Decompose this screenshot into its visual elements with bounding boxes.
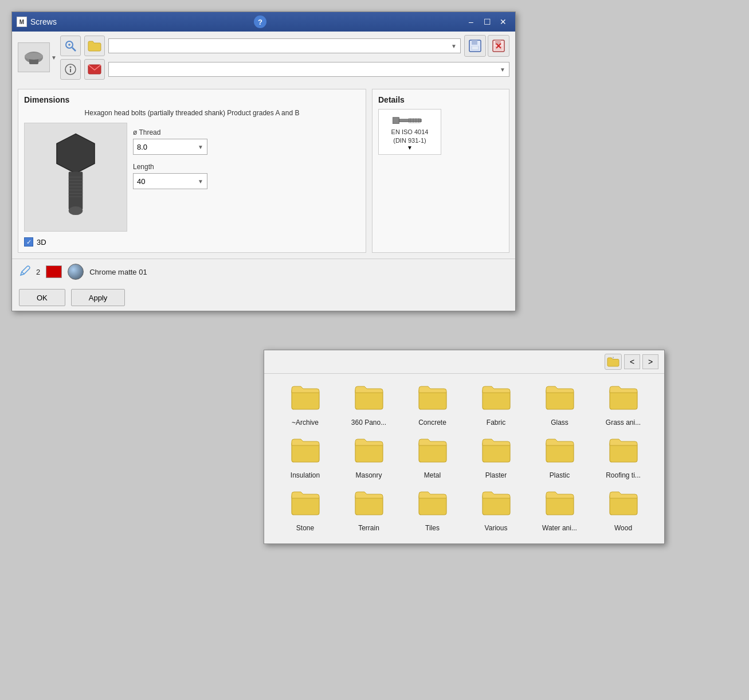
folder-icon bbox=[354, 438, 384, 468]
folder-item[interactable]: Tiles bbox=[401, 485, 464, 538]
nav-forward-btn[interactable]: > bbox=[642, 354, 658, 369]
folder-icon bbox=[291, 491, 320, 521]
mail-icon-btn[interactable] bbox=[84, 59, 105, 80]
folder-item[interactable]: Metal bbox=[401, 432, 464, 485]
folder-label: Plastic bbox=[550, 471, 570, 479]
folder-icon bbox=[481, 438, 511, 468]
folder-label: Concrete bbox=[418, 419, 446, 427]
folder-label: Metal bbox=[424, 471, 441, 479]
details-title: Details bbox=[378, 95, 503, 104]
title-bar: M Screws ? – ☐ ✕ bbox=[12, 12, 515, 32]
screw-description: Hexagon head bolts (partially threaded s… bbox=[24, 109, 360, 117]
folder-item[interactable]: Concrete bbox=[401, 380, 464, 432]
folder-icon bbox=[545, 491, 575, 521]
folder-item[interactable]: Terrain bbox=[337, 485, 401, 538]
bolt-label: EN ISO 4014(DIN 931-1) bbox=[391, 128, 429, 144]
folder-label: Wood bbox=[614, 524, 632, 532]
line-number: 2 bbox=[36, 268, 40, 276]
folder-item[interactable]: Various bbox=[464, 485, 528, 538]
folder-item[interactable]: Wood bbox=[591, 485, 655, 538]
folder-icon bbox=[291, 438, 320, 468]
maximize-button[interactable]: ☐ bbox=[480, 16, 495, 28]
checkbox-row: ✓ 3D bbox=[24, 237, 360, 247]
svg-rect-30 bbox=[393, 118, 399, 124]
toolbar-row2: ▼ bbox=[60, 59, 509, 80]
svg-rect-10 bbox=[472, 46, 478, 49]
folder-icon bbox=[609, 438, 638, 468]
thread-dropdown[interactable]: 8.0 ▼ bbox=[133, 139, 207, 155]
toolbar-icons-row: ▼ bbox=[60, 35, 509, 57]
folder-item[interactable]: Roofing ti... bbox=[591, 432, 655, 485]
folder-icon bbox=[354, 491, 384, 521]
folder-label: Roofing ti... bbox=[606, 471, 641, 479]
folder-item[interactable]: ~Archive bbox=[273, 380, 337, 432]
folder-label: ~Archive bbox=[292, 419, 319, 427]
bottom-bar: 2 Chrome matte 01 bbox=[12, 259, 515, 284]
folder-item[interactable]: Plastic bbox=[528, 432, 591, 485]
svg-point-17 bbox=[69, 67, 71, 68]
folder-item[interactable]: Fabric bbox=[464, 380, 528, 432]
material-ball[interactable] bbox=[68, 264, 84, 280]
folder-label: 360 Pano... bbox=[351, 419, 386, 427]
folder-icon bbox=[291, 385, 320, 415]
thread-label: ø Thread bbox=[133, 128, 360, 136]
folder-icon bbox=[545, 438, 575, 468]
db-delete-btn[interactable] bbox=[488, 35, 509, 57]
svg-point-29 bbox=[69, 206, 83, 215]
folder-label: Glass bbox=[551, 419, 568, 427]
length-label: Length bbox=[133, 163, 360, 171]
folder-icon-btn[interactable] bbox=[84, 36, 105, 56]
folder-item[interactable]: Water ani... bbox=[528, 485, 591, 538]
folder-label: Masonry bbox=[355, 471, 382, 479]
ok-button[interactable]: OK bbox=[19, 289, 65, 306]
minimize-button[interactable]: – bbox=[464, 16, 479, 28]
folder-label: Tiles bbox=[425, 524, 440, 532]
material-name: Chrome matte 01 bbox=[89, 268, 147, 276]
length-chevron: ▼ bbox=[198, 178, 203, 185]
bolt-card[interactable]: EN ISO 4014(DIN 931-1) ▼ bbox=[378, 109, 441, 155]
toolbar-row1: ▼ bbox=[12, 32, 515, 83]
svg-line-37 bbox=[22, 272, 24, 274]
folder-icon bbox=[418, 438, 448, 468]
help-button[interactable]: ? bbox=[254, 15, 266, 28]
pencil-icon bbox=[19, 265, 30, 279]
folder-item[interactable]: Grass ani... bbox=[591, 380, 655, 432]
svg-rect-8 bbox=[472, 40, 477, 45]
folder-up-btn[interactable] bbox=[605, 354, 622, 370]
info-icon-btn[interactable] bbox=[60, 59, 81, 80]
dropdown2-chevron: ▼ bbox=[500, 67, 505, 73]
folder-item[interactable]: Insulation bbox=[273, 432, 337, 485]
content-area: Dimensions Hexagon head bolts (partially… bbox=[12, 83, 515, 259]
folder-icon bbox=[545, 385, 575, 415]
folder-icon bbox=[481, 491, 511, 521]
length-dropdown[interactable]: 40 ▼ bbox=[133, 173, 207, 189]
thread-value: 8.0 bbox=[137, 143, 147, 151]
db-save-btn[interactable] bbox=[464, 35, 486, 57]
svg-point-2 bbox=[25, 53, 43, 60]
folder-item[interactable]: Stone bbox=[273, 485, 337, 538]
component-chevron[interactable]: ▼ bbox=[51, 54, 57, 61]
standard-dropdown[interactable]: ▼ bbox=[108, 62, 509, 77]
component-preview bbox=[18, 42, 50, 72]
file-browser: < > ~Archive 360 Pano... bbox=[264, 350, 665, 544]
dialog-title: Screws bbox=[30, 17, 57, 26]
folder-item[interactable]: Plaster bbox=[464, 432, 528, 485]
svg-rect-21 bbox=[69, 172, 83, 210]
thread-chevron: ▼ bbox=[198, 144, 203, 150]
nav-back-btn[interactable]: < bbox=[624, 354, 640, 369]
checkbox-3d[interactable]: ✓ bbox=[24, 237, 33, 247]
folder-item[interactable]: Masonry bbox=[337, 432, 401, 485]
folder-label: Grass ani... bbox=[606, 419, 641, 427]
details-panel: Details EN ISO 4014(DIN 931-1) ▼ bbox=[372, 89, 509, 253]
folder-label: Water ani... bbox=[542, 524, 577, 532]
folder-item[interactable]: 360 Pano... bbox=[337, 380, 401, 432]
color-swatch[interactable] bbox=[46, 265, 62, 278]
apply-button[interactable]: Apply bbox=[71, 289, 126, 306]
search-icon-btn[interactable] bbox=[60, 36, 81, 56]
close-button[interactable]: ✕ bbox=[496, 16, 511, 28]
type-dropdown[interactable]: ▼ bbox=[108, 38, 461, 53]
svg-marker-20 bbox=[57, 134, 95, 173]
folder-item[interactable]: Glass bbox=[528, 380, 591, 432]
component-selector[interactable]: ▼ bbox=[18, 42, 57, 72]
svg-line-4 bbox=[72, 48, 76, 51]
